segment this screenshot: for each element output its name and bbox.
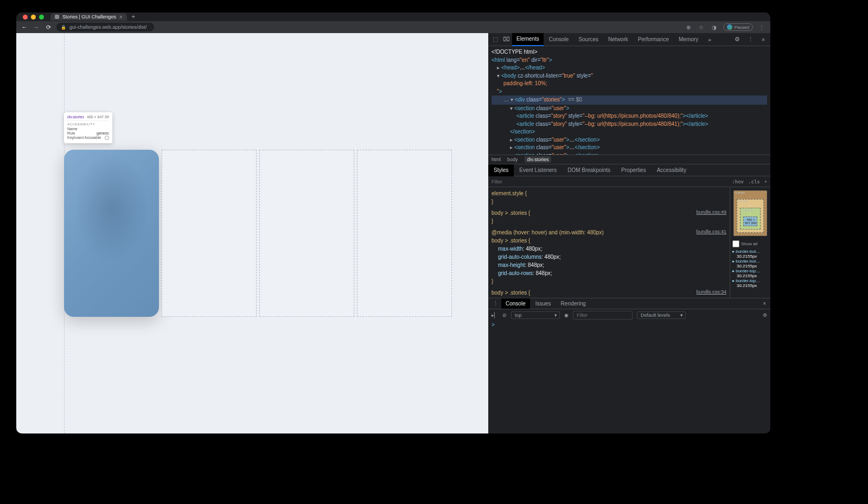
dom-selected-line[interactable]: … ▾<div class="stories">== $0	[492, 95, 767, 105]
context-select[interactable]: top	[511, 311, 560, 319]
profile-button[interactable]: Paused	[723, 23, 753, 31]
new-tab-button[interactable]: +	[130, 14, 137, 20]
box-model[interactable]: margin- border- padding- 480 × 847.992	[730, 187, 770, 239]
reload-button[interactable]: ⟳	[44, 24, 52, 31]
settings-icon[interactable]: ⚙	[732, 35, 742, 44]
console-drawer-tabs: ⋮ Console Issues Rendering ×	[488, 298, 770, 309]
story-slot	[259, 150, 354, 317]
stories-container	[64, 33, 324, 433]
drawer-tab-console[interactable]: Console	[501, 298, 530, 309]
extension-icon[interactable]: ◑	[710, 24, 719, 30]
console-prompt: >	[492, 322, 495, 328]
bookmark-icon[interactable]: ☆	[697, 24, 706, 30]
eye-icon[interactable]: ◉	[564, 312, 569, 318]
clear-console-icon[interactable]: ⊘	[502, 312, 507, 318]
url-text: gui-challenges.web.app/stories/dist/	[69, 24, 147, 30]
device-toolbar-icon[interactable]: ⌧	[501, 35, 511, 44]
box-model-content: 480 × 847.992	[743, 216, 757, 226]
story-slot	[357, 150, 452, 317]
tooltip-role-value: generic	[97, 131, 109, 135]
tab-dom-breakpoints[interactable]: DOM Breakpoints	[562, 164, 616, 176]
cls-toggle[interactable]: .cls	[748, 179, 760, 184]
search-icon[interactable]: ⊕	[684, 24, 693, 30]
browser-window: Stories | GUI Challenges × + ← → ⟳ 🔒 gui…	[16, 12, 770, 433]
menu-button[interactable]: ⋮	[757, 24, 766, 30]
styles-filter-input[interactable]	[492, 179, 727, 184]
tab-title: Stories | GUI Challenges	[62, 14, 116, 20]
tooltip-kf-label: Keyboard-focusable	[67, 136, 101, 140]
breadcrumb: html body div.stories	[488, 155, 770, 164]
computed-pane: margin- border- padding- 480 × 847.992 S…	[730, 187, 770, 298]
tooltip-selector: div.stories	[67, 115, 84, 119]
close-window-button[interactable]	[23, 15, 28, 20]
more-tabs-icon[interactable]: »	[705, 35, 714, 44]
tab-sources[interactable]: Sources	[574, 33, 603, 46]
minimize-window-button[interactable]	[31, 15, 36, 20]
avatar-icon	[727, 24, 732, 30]
tab-memory[interactable]: Memory	[674, 33, 703, 46]
forward-button[interactable]: →	[33, 24, 40, 30]
tooltip-dimensions: 480 × 847.99	[87, 115, 109, 119]
dom-doctype: <!DOCTYPE html>	[492, 49, 537, 55]
profile-label: Paused	[735, 25, 749, 30]
content-split: div.stories 480 × 847.99 ACCESSIBILITY N…	[16, 33, 770, 433]
computed-list[interactable]: Show all ▸ border-bot…30.2155px▸ border-…	[730, 239, 770, 289]
address-bar[interactable]: 🔒 gui-challenges.web.app/stories/dist/	[56, 23, 154, 31]
close-devtools-icon[interactable]: ×	[758, 35, 768, 44]
check-icon	[105, 136, 109, 140]
add-rule-icon[interactable]: +	[764, 179, 767, 184]
styles-filter-bar: :hov .cls +	[488, 176, 770, 187]
maximize-window-button[interactable]	[39, 15, 44, 20]
story-card[interactable]	[64, 150, 159, 317]
browser-tab[interactable]: Stories | GUI Challenges ×	[50, 13, 127, 21]
close-drawer-icon[interactable]: ×	[761, 301, 768, 307]
crumb-stories[interactable]: div.stories	[525, 156, 552, 163]
dom-tree[interactable]: <!DOCTYPE html> <html lang="en" dir="ltr…	[488, 46, 770, 155]
tab-console[interactable]: Console	[545, 33, 573, 46]
console-filter-input[interactable]	[573, 311, 633, 320]
tab-performance[interactable]: Performance	[634, 33, 673, 46]
tooltip-name-label: Name	[67, 127, 78, 131]
console-sidebar-icon[interactable]: ▸▏	[492, 312, 498, 318]
window-controls	[21, 15, 44, 20]
show-all-label: Show all	[741, 241, 757, 246]
crumb-html[interactable]: html	[492, 157, 501, 162]
tooltip-role-label: Role	[67, 131, 75, 135]
drawer-tab-issues[interactable]: Issues	[531, 298, 556, 309]
close-tab-button[interactable]: ×	[119, 14, 123, 20]
favicon-icon	[55, 15, 59, 19]
log-level-select[interactable]: Default levels	[637, 311, 686, 319]
kebab-icon[interactable]: ⋮	[745, 35, 755, 44]
hov-toggle[interactable]: :hov	[732, 179, 744, 184]
drawer-menu-icon[interactable]: ⋮	[490, 299, 500, 309]
tab-event-listeners[interactable]: Event Listeners	[514, 164, 562, 176]
drawer-tab-rendering[interactable]: Rendering	[557, 298, 590, 309]
style-rules[interactable]: element.style {}bundle.css:49body > .sto…	[488, 187, 730, 298]
console-settings-icon[interactable]: ⚙	[763, 312, 767, 318]
tab-properties[interactable]: Properties	[616, 164, 652, 176]
inspect-element-icon[interactable]: ⬚	[490, 35, 500, 44]
devtools-panel: ⬚ ⌧ Elements Console Sources Network Per…	[488, 33, 770, 433]
show-all-checkbox[interactable]	[732, 240, 739, 247]
tab-strip: Stories | GUI Challenges × +	[16, 12, 770, 21]
styles-body: element.style {}bundle.css:49body > .sto…	[488, 187, 770, 298]
toolbar: ← → ⟳ 🔒 gui-challenges.web.app/stories/d…	[16, 21, 770, 33]
devtools-header: ⬚ ⌧ Elements Console Sources Network Per…	[488, 33, 770, 46]
back-button[interactable]: ←	[21, 24, 28, 30]
crumb-body[interactable]: body	[507, 157, 518, 162]
tooltip-section: ACCESSIBILITY	[67, 120, 109, 126]
console-body[interactable]: >	[488, 321, 770, 433]
dom-body-style: padding-left: 10%;	[503, 80, 547, 86]
tab-accessibility[interactable]: Accessibility	[652, 164, 692, 176]
styles-tabs: Styles Event Listeners DOM Breakpoints P…	[488, 164, 770, 176]
tab-elements[interactable]: Elements	[512, 33, 544, 46]
tab-styles[interactable]: Styles	[488, 164, 514, 176]
lock-icon: 🔒	[61, 25, 66, 30]
tab-network[interactable]: Network	[604, 33, 633, 46]
console-toolbar: ▸▏ ⊘ top ◉ Default levels ⚙	[488, 309, 770, 321]
inspector-tooltip: div.stories 480 × 847.99 ACCESSIBILITY N…	[64, 112, 112, 143]
rendered-page[interactable]: div.stories 480 × 847.99 ACCESSIBILITY N…	[16, 33, 488, 433]
story-slot	[162, 150, 257, 317]
